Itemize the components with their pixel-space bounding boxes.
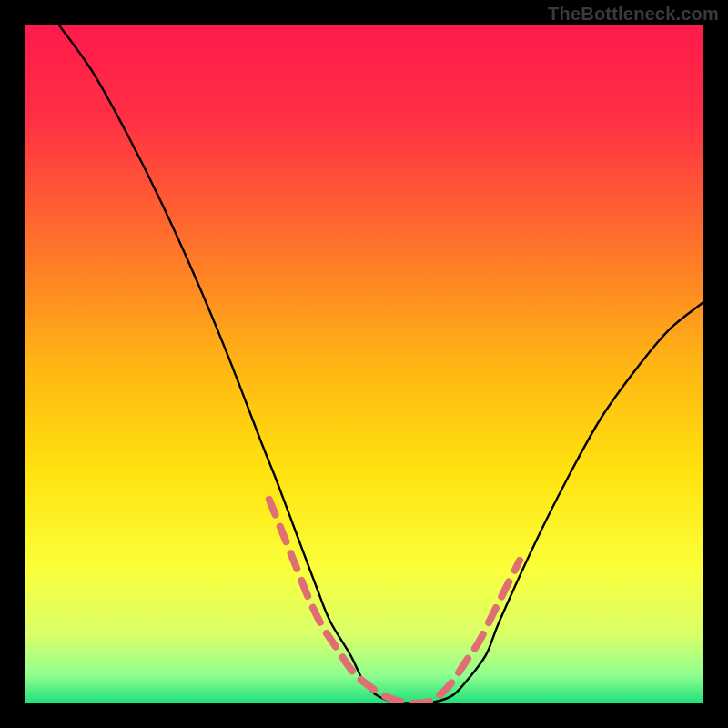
plot-area [25,25,703,703]
watermark-text: TheBottleneck.com [548,4,719,25]
gradient-background [25,25,703,703]
plot-svg [25,25,703,703]
chart-frame: TheBottleneck.com [0,0,728,728]
